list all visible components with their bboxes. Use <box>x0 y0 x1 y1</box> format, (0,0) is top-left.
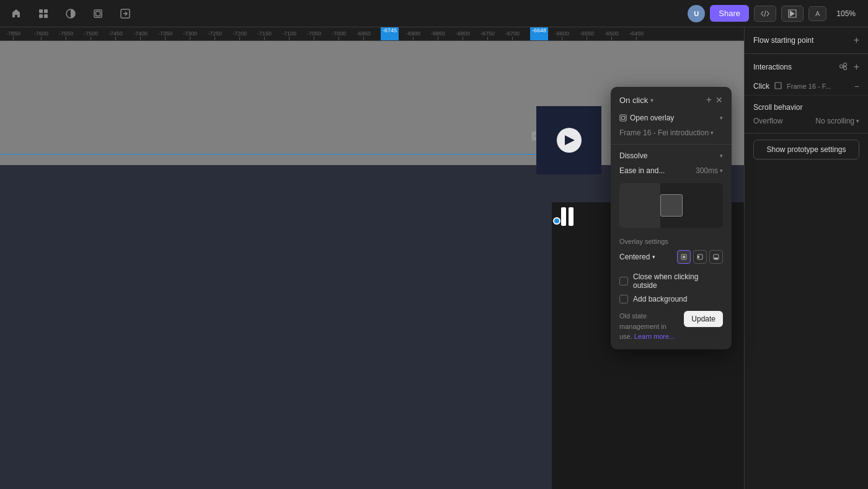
overlay-settings-title: Overlay settings <box>619 238 723 245</box>
scroll-value[interactable]: No scrolling ▾ <box>815 117 859 125</box>
interaction-popup: On click ▾ + ✕ Open overlay ▾ Frame 16 -… <box>611 87 732 349</box>
pause-bar-right <box>569 207 574 226</box>
connection-line <box>0 154 542 155</box>
contrast-icon[interactable] <box>62 5 79 22</box>
svg-rect-15 <box>622 117 625 120</box>
action-dropdown-arrow[interactable]: ▾ <box>720 115 723 121</box>
svg-rect-13 <box>775 83 781 89</box>
overlay-icon-btn-center[interactable] <box>677 250 691 264</box>
action-row: Open overlay ▾ <box>611 110 732 125</box>
no-scrolling-text: No scrolling <box>815 117 854 125</box>
on-click-label: On click <box>619 96 648 105</box>
duration-value[interactable]: 300ms ▾ <box>696 166 723 175</box>
present-btn[interactable] <box>781 6 804 22</box>
interactions-section: Interactions + Click Frame 16 - F... − <box>745 54 868 96</box>
flow-starting-point-section: Flow starting point + <box>745 27 868 54</box>
ease-row: Ease in and... 300ms ▾ <box>611 163 732 178</box>
ease-label: Ease in and... <box>619 166 696 175</box>
home-icon[interactable] <box>7 5 25 22</box>
add-background-checkbox[interactable] <box>619 295 628 303</box>
interaction-row: Click Frame 16 - F... − <box>745 78 868 96</box>
toolbar-right: U Share A 105% <box>688 5 861 22</box>
text-size-btn[interactable]: A <box>808 6 826 21</box>
media-play-element[interactable] <box>536 106 601 174</box>
layers-icon[interactable] <box>89 5 107 22</box>
svg-marker-8 <box>790 11 795 17</box>
dissolve-label: Dissolve <box>619 151 720 160</box>
svg-rect-21 <box>714 258 718 259</box>
toolbar-left <box>7 5 134 22</box>
scroll-row: Overflow No scrolling ▾ <box>753 117 859 125</box>
position-text: Centered <box>619 253 650 261</box>
right-panel: Design Prototype Flow starting point + I… <box>744 0 868 489</box>
svg-rect-14 <box>620 115 626 121</box>
dissolve-row: Dissolve ▾ <box>611 148 732 163</box>
add-flow-icon[interactable]: + <box>854 35 859 46</box>
frame-selection-row: Frame 16 - Fei introduction ▾ <box>611 125 732 140</box>
centered-label[interactable]: Centered ▾ <box>619 253 655 261</box>
popup-close-button[interactable]: ✕ <box>715 95 723 105</box>
overlay-icon-btn-side[interactable] <box>693 250 707 264</box>
popup-trigger[interactable]: On click ▾ <box>619 96 653 105</box>
pause-element[interactable] <box>549 201 586 232</box>
avatar[interactable]: U <box>688 5 705 22</box>
add-interaction-icon[interactable]: + <box>854 61 859 73</box>
popup-add-icon[interactable]: + <box>706 94 712 105</box>
svg-rect-0 <box>39 9 43 13</box>
svg-point-12 <box>843 66 846 70</box>
duration-text: 300ms <box>696 166 718 175</box>
zoom-level[interactable]: 105% <box>831 7 861 20</box>
overlay-icon-buttons <box>677 250 723 264</box>
frame-selection-label[interactable]: Frame 16 - Fei introduction ▾ <box>619 128 714 137</box>
position-dropdown-arrow: ▾ <box>652 254 655 260</box>
svg-rect-1 <box>44 9 48 13</box>
prototype-flow-icon[interactable] <box>839 62 848 73</box>
code-view-btn[interactable] <box>754 6 776 22</box>
anim-preview-left <box>619 183 660 228</box>
svg-point-11 <box>843 63 846 66</box>
overlay-position-row: Centered ▾ <box>619 250 723 264</box>
popup-actions: + ✕ <box>706 94 723 105</box>
share-link-icon[interactable] <box>117 5 134 22</box>
play-icon <box>565 135 575 145</box>
scroll-behavior-title: Scroll behavior <box>753 103 859 112</box>
dissolve-dropdown-arrow[interactable]: ▾ <box>720 153 723 159</box>
footer-text: Old state management in use. Learn more.… <box>619 311 680 342</box>
add-background-row: Add background <box>611 292 732 306</box>
grid-icon[interactable] <box>35 5 52 22</box>
flow-starting-point-label: Flow starting point <box>753 36 813 45</box>
trigger-label: Click <box>753 82 769 91</box>
overflow-label: Overflow <box>753 117 782 125</box>
ruler: -7850 -7600 -7550 -7500 -7450 -7400 -735… <box>0 27 868 41</box>
ease-dropdown-arrow: ▾ <box>720 168 723 174</box>
show-prototype-settings-button[interactable]: Show prototype settings <box>753 140 859 159</box>
animation-preview <box>619 183 723 228</box>
popup-header: On click ▾ + ✕ <box>611 87 732 110</box>
close-when-clicking-outside-checkbox[interactable] <box>619 277 628 285</box>
interactions-title: Interactions <box>753 63 792 71</box>
pause-bar-left <box>561 207 566 226</box>
learn-more-link[interactable]: Learn more... <box>634 333 675 340</box>
remove-interaction-icon[interactable]: − <box>854 81 859 91</box>
anim-preview-right <box>683 183 724 228</box>
overlay-settings: Overlay settings Centered ▾ <box>611 233 732 270</box>
open-overlay-label: Open overlay <box>619 114 720 122</box>
overlay-icon-btn-bottom[interactable] <box>709 250 723 264</box>
interactions-icons: + <box>839 61 859 73</box>
frame-type-icon <box>774 82 782 91</box>
flow-row: Flow starting point + <box>753 35 859 46</box>
frame-label-text: Frame 16 - Fei introduction <box>619 128 709 137</box>
update-button[interactable]: Update <box>684 311 723 327</box>
separator-1 <box>611 144 732 145</box>
svg-rect-2 <box>39 14 43 18</box>
interactions-header: Interactions + <box>745 54 868 78</box>
share-button[interactable]: Share <box>710 5 749 22</box>
close-when-clicking-outside-label: Close when clicking outside <box>633 272 723 290</box>
interaction-target: Frame 16 - F... <box>787 83 849 90</box>
scroll-behavior-section: Scroll behavior Overflow No scrolling ▾ <box>745 96 868 133</box>
add-background-label: Add background <box>633 295 687 303</box>
svg-rect-6 <box>96 11 100 16</box>
anim-preview-center <box>660 194 683 217</box>
trigger-dropdown-arrow: ▾ <box>650 97 653 104</box>
play-button[interactable] <box>557 128 582 153</box>
